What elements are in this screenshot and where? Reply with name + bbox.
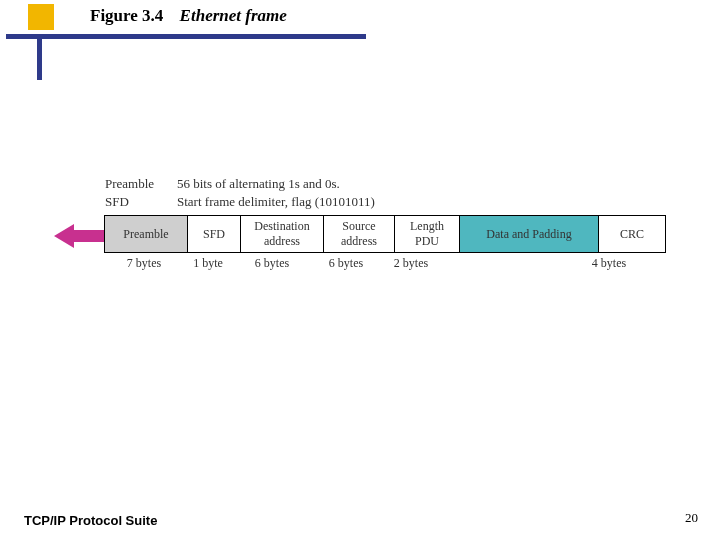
- footer-text: TCP/IP Protocol Suite: [24, 513, 157, 528]
- field-preamble: Preamble: [105, 216, 188, 253]
- arrow-left-icon: [54, 222, 106, 250]
- bytes-len: 2 bytes: [380, 256, 442, 271]
- byte-labels: 7 bytes 1 byte 6 bytes 6 bytes 2 bytes 4…: [104, 256, 640, 271]
- def-term: Preamble: [105, 175, 177, 193]
- figure-label: Figure 3.4: [90, 6, 163, 25]
- bytes-crc: 4 bytes: [578, 256, 640, 271]
- ethernet-frame-table: Preamble SFD Destination address Source …: [104, 215, 666, 253]
- figure-caption: Ethernet frame: [180, 6, 287, 25]
- page-number: 20: [685, 510, 698, 526]
- def-desc: 56 bits of alternating 1s and 0s.: [177, 175, 340, 193]
- bytes-preamble: 7 bytes: [104, 256, 184, 271]
- bytes-sfd: 1 byte: [184, 256, 232, 271]
- figure-title: Figure 3.4 Ethernet frame: [90, 6, 287, 26]
- field-src: Source address: [324, 216, 395, 253]
- svg-marker-0: [54, 224, 104, 248]
- decor-square: [28, 4, 54, 30]
- field-len: Length PDU: [395, 216, 460, 253]
- bytes-data: [442, 256, 578, 271]
- def-desc: Start frame delimiter, flag (10101011): [177, 193, 375, 211]
- field-definitions: Preamble 56 bits of alternating 1s and 0…: [105, 175, 375, 211]
- decor-vbar: [37, 34, 42, 80]
- decor-hbar: [6, 34, 366, 39]
- def-term: SFD: [105, 193, 177, 211]
- field-crc: CRC: [599, 216, 666, 253]
- bytes-dst: 6 bytes: [232, 256, 312, 271]
- bytes-src: 6 bytes: [312, 256, 380, 271]
- field-dst: Destination address: [241, 216, 324, 253]
- field-data: Data and Padding: [460, 216, 599, 253]
- field-sfd: SFD: [188, 216, 241, 253]
